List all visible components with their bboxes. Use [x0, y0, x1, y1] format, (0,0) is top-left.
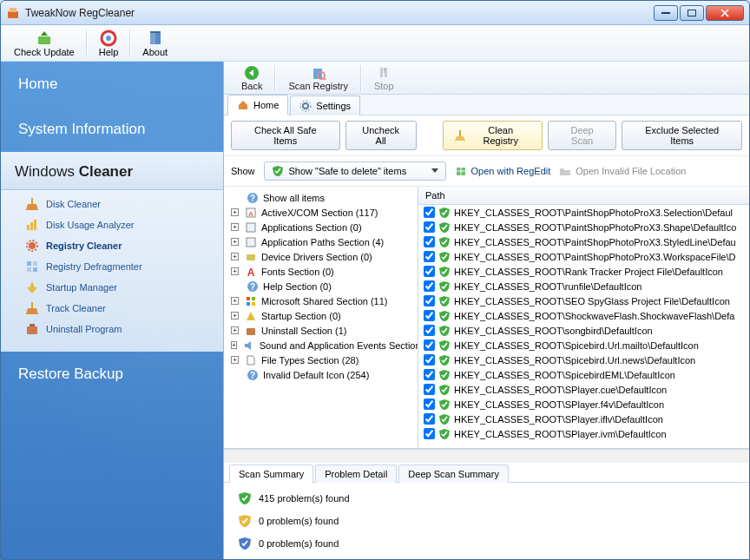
registry-path: HKEY_CLASSES_ROOT\PaintShopPhotoProX3.Sh… — [454, 222, 736, 233]
results-list-pane[interactable]: Path HKEY_CLASSES_ROOT\PaintShopPhotoPro… — [418, 187, 749, 448]
category-tree[interactable]: ?Show all items+AActiveX/COM Section (11… — [224, 187, 418, 448]
nav-windows-cleaner[interactable]: Windows Cleaner — [1, 152, 223, 190]
list-row[interactable]: HKEY_CLASSES_ROOT\ShockwaveFlash.Shockwa… — [418, 308, 749, 323]
list-row[interactable]: HKEY_CLASSES_ROOT\PaintShopPhotoProX3.St… — [418, 234, 749, 249]
tree-item[interactable]: ?Invalid Default Icon (254) — [224, 367, 418, 382]
expand-icon[interactable]: + — [231, 238, 239, 246]
svg-rect-16 — [27, 261, 31, 266]
tree-label: ActiveX/COM Section (117) — [261, 208, 378, 218]
row-checkbox[interactable] — [424, 384, 435, 395]
tab-deep-scan-summary[interactable]: Deep Scan Summary — [398, 464, 509, 483]
tree-item[interactable]: +Uninstall Section (1) — [224, 323, 418, 338]
row-checkbox[interactable] — [424, 310, 435, 321]
sidebar-item-disk-cleaner[interactable]: Disk Cleaner — [1, 194, 223, 214]
sidebar-item-uninstall-program[interactable]: Uninstall Program — [1, 319, 223, 339]
list-header-path[interactable]: Path — [418, 187, 749, 205]
row-checkbox[interactable] — [424, 280, 435, 292]
row-checkbox[interactable] — [424, 295, 435, 306]
row-checkbox[interactable] — [424, 339, 435, 351]
tab-scan-summary[interactable]: Scan Summary — [229, 464, 313, 483]
row-checkbox[interactable] — [424, 236, 435, 247]
maximize-button[interactable] — [680, 5, 704, 21]
minimize-button[interactable] — [654, 5, 678, 21]
tree-item[interactable]: +AFonts Section (0) — [224, 264, 418, 279]
sidebar-item-label: Startup Manager — [46, 282, 117, 293]
tree-item[interactable]: +Application Paths Section (4) — [224, 234, 418, 249]
tree-item[interactable]: +Startup Section (0) — [224, 308, 418, 323]
summary-row: 0 problem(s) found — [238, 514, 735, 528]
tabstrip: Home Settings — [224, 95, 749, 115]
back-button[interactable]: Back — [231, 63, 273, 93]
tree-item[interactable]: +Microsoft Shared Section (11) — [224, 293, 418, 308]
row-checkbox[interactable] — [424, 428, 435, 439]
list-row[interactable]: HKEY_CLASSES_ROOT\SEO SpyGlass Project F… — [418, 293, 749, 308]
list-row[interactable]: HKEY_CLASSES_ROOT\SpicebirdEML\DefaultIc… — [418, 367, 749, 382]
close-button[interactable] — [706, 5, 744, 21]
row-checkbox[interactable] — [424, 369, 435, 380]
scan-summary-panel: 415 problem(s) found0 problem(s) found0 … — [224, 483, 749, 559]
show-filter-dropdown[interactable]: Show "Safe to delete" items — [264, 161, 446, 181]
chevron-down-icon — [431, 168, 438, 174]
sidebar-item-registry-defragmenter[interactable]: Registry Defragmenter — [1, 256, 223, 277]
check-update-button[interactable]: Check Update — [4, 27, 84, 60]
tree-item[interactable]: +Device Drivers Section (0) — [224, 249, 418, 264]
row-checkbox[interactable] — [424, 221, 435, 233]
uncheck-all-button[interactable]: Uncheck All — [345, 121, 417, 150]
about-button[interactable]: About — [133, 27, 177, 60]
list-row[interactable]: HKEY_CLASSES_ROOT\runfile\DefaultIcon — [418, 279, 749, 293]
nav-system-information[interactable]: System Information — [1, 107, 223, 152]
row-checkbox[interactable] — [424, 207, 435, 218]
svg-rect-4 — [38, 36, 50, 44]
expand-icon[interactable]: + — [231, 341, 237, 349]
exclude-selected-button[interactable]: Exclude Selected Items — [622, 121, 742, 150]
sidebar-item-startup-manager[interactable]: Startup Manager — [1, 277, 223, 298]
expand-icon[interactable]: + — [231, 208, 239, 216]
help-button[interactable]: Help — [89, 27, 128, 60]
row-checkbox[interactable] — [424, 354, 435, 366]
list-row[interactable]: HKEY_CLASSES_ROOT\songbird\DefaultIcon — [418, 323, 749, 338]
tab-problem-detail[interactable]: Problem Detail — [315, 464, 397, 483]
tree-item[interactable]: +AActiveX/COM Section (117) — [224, 205, 418, 220]
list-row[interactable]: HKEY_CLASSES_ROOT\SPlayer.ivm\DefaultIco… — [418, 426, 749, 441]
list-row[interactable]: HKEY_CLASSES_ROOT\SPlayer.iflv\DefaultIc… — [418, 412, 749, 426]
row-checkbox[interactable] — [424, 266, 435, 277]
nav-restore-backup[interactable]: Restore Backup — [1, 352, 223, 397]
expand-icon[interactable]: + — [231, 312, 239, 320]
sidebar-item-disk-usage-analyzer[interactable]: Disk Usage Analyzer — [1, 214, 223, 235]
list-row[interactable]: HKEY_CLASSES_ROOT\Spicebird.Url.mailto\D… — [418, 338, 749, 352]
list-row[interactable]: HKEY_CLASSES_ROOT\Spicebird.Url.news\Def… — [418, 352, 749, 367]
list-row[interactable]: HKEY_CLASSES_ROOT\SPlayer.cue\DefaultIco… — [418, 382, 749, 397]
expand-icon[interactable]: + — [231, 326, 239, 334]
sidebar-item-registry-cleaner[interactable]: Registry Cleaner — [1, 235, 223, 256]
row-checkbox[interactable] — [424, 325, 435, 336]
tree-item[interactable]: +Applications Section (0) — [224, 220, 418, 234]
expand-icon[interactable]: + — [231, 297, 239, 305]
tree-item[interactable]: ?Help Section (0) — [224, 279, 418, 293]
clean-registry-button[interactable]: Clean Registry — [443, 121, 543, 150]
list-scrollbar[interactable] — [418, 449, 749, 463]
tree-item[interactable]: +File Types Section (28) — [224, 352, 418, 367]
tab-home[interactable]: Home — [227, 95, 288, 115]
expand-icon[interactable]: + — [231, 253, 239, 260]
check-all-safe-button[interactable]: Check All Safe Items — [231, 121, 340, 150]
list-row[interactable]: HKEY_CLASSES_ROOT\PaintShopPhotoProX3.Wo… — [418, 249, 749, 264]
row-checkbox[interactable] — [424, 413, 435, 425]
tree-item[interactable]: +Sound and Application Events Section — [224, 338, 418, 352]
row-checkbox[interactable] — [424, 251, 435, 262]
sidebar-item-track-cleaner[interactable]: Track Cleaner — [1, 298, 223, 319]
list-row[interactable]: HKEY_CLASSES_ROOT\SPlayer.f4v\DefaultIco… — [418, 397, 749, 412]
tree-label: Uninstall Section (1) — [261, 326, 346, 336]
open-regedit-link[interactable]: Open with RegEdit — [455, 165, 551, 177]
scan-registry-button[interactable]: Scan Registry — [278, 63, 358, 93]
tree-scrollbar[interactable] — [224, 449, 418, 463]
expand-icon[interactable]: + — [231, 223, 239, 231]
tab-settings[interactable]: Settings — [290, 96, 360, 115]
expand-icon[interactable]: + — [231, 356, 239, 364]
nav-home[interactable]: Home — [1, 62, 223, 107]
list-row[interactable]: HKEY_CLASSES_ROOT\PaintShopPhotoProX3.Sh… — [418, 220, 749, 234]
list-row[interactable]: HKEY_CLASSES_ROOT\PaintShopPhotoProX3.Se… — [418, 205, 749, 220]
row-checkbox[interactable] — [424, 399, 435, 410]
list-row[interactable]: HKEY_CLASSES_ROOT\Rank Tracker Project F… — [418, 264, 749, 279]
expand-icon[interactable]: + — [231, 267, 239, 275]
tree-item[interactable]: ?Show all items — [224, 190, 418, 205]
